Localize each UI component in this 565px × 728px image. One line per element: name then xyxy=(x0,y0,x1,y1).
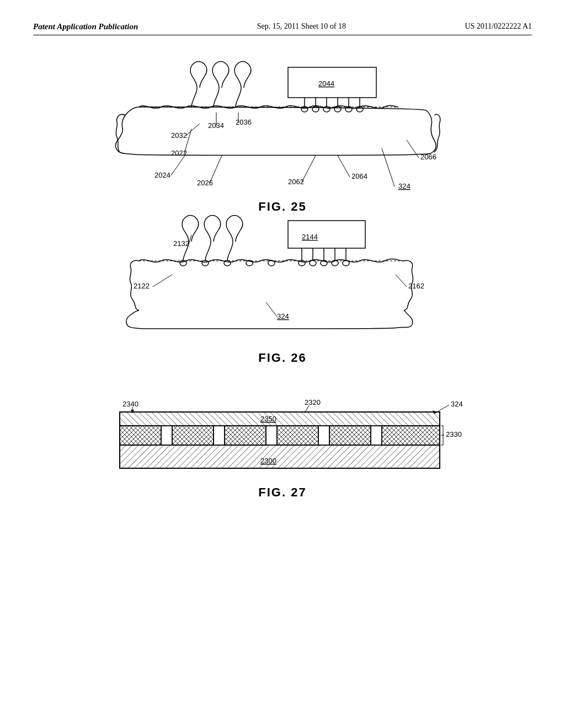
label-2026: 2026 xyxy=(197,179,213,187)
fig26-svg: 2132 2144 2122 2162 324 xyxy=(89,231,476,346)
figures-container: 2032 2034 2036 2044 2022 2066 324 2024 2… xyxy=(33,52,532,500)
figure-25-block: 2032 2034 2036 2044 2022 2066 324 2024 2… xyxy=(33,52,532,214)
fig25-label: FIG. 25 xyxy=(258,200,306,214)
svg-rect-56 xyxy=(120,412,440,426)
svg-line-23 xyxy=(338,156,350,177)
label-2144: 2144 xyxy=(302,233,318,241)
figure-26-block: 2132 2144 2122 2162 324 FIG. 26 xyxy=(33,231,532,365)
header-date-sheet: Sep. 15, 2011 Sheet 10 of 18 xyxy=(257,22,346,31)
label-324-fig26: 324 xyxy=(277,312,289,320)
header-title: Patent Application Publication xyxy=(33,22,138,31)
figure-27-block: 324 2340 2320 2350 2330 2300 xyxy=(33,382,532,500)
fig27-svg: 324 2340 2320 2350 2330 2300 xyxy=(89,382,476,481)
label-2330: 2330 xyxy=(446,430,462,438)
svg-line-22 xyxy=(302,156,316,182)
label-2350: 2350 xyxy=(260,415,276,423)
patent-page: Patent Application Publication Sep. 15, … xyxy=(0,0,565,728)
svg-rect-52 xyxy=(225,426,266,445)
header-patent-number: US 2011/0222222 A1 xyxy=(465,22,532,31)
svg-line-70 xyxy=(434,405,449,414)
svg-rect-54 xyxy=(329,426,371,445)
svg-rect-55 xyxy=(382,426,440,445)
svg-rect-25 xyxy=(288,221,365,248)
label-2032: 2032 xyxy=(171,131,187,140)
label-2036: 2036 xyxy=(236,118,252,126)
svg-rect-50 xyxy=(120,426,161,445)
label-2320: 2320 xyxy=(305,398,321,406)
label-2034: 2034 xyxy=(208,121,224,130)
fig27-label: FIG. 27 xyxy=(258,485,306,500)
label-2300: 2300 xyxy=(260,457,276,465)
svg-rect-49 xyxy=(120,445,440,468)
label-2062: 2062 xyxy=(288,178,304,186)
label-2044: 2044 xyxy=(318,79,334,88)
fig25-svg: 2032 2034 2036 2044 2022 2066 324 2024 2… xyxy=(89,52,476,195)
svg-line-14 xyxy=(186,124,200,136)
label-2024: 2024 xyxy=(154,171,170,179)
label-2122: 2122 xyxy=(134,282,150,290)
label-2340: 2340 xyxy=(122,400,138,408)
svg-rect-53 xyxy=(277,426,318,445)
label-2066: 2066 xyxy=(420,153,436,161)
svg-line-21 xyxy=(210,156,222,183)
page-header: Patent Application Publication Sep. 15, … xyxy=(33,22,532,35)
fig26-label: FIG. 26 xyxy=(258,351,306,365)
label-2162: 2162 xyxy=(408,282,424,290)
label-324-fig25: 324 xyxy=(398,182,411,190)
label-2132: 2132 xyxy=(173,239,189,248)
svg-rect-51 xyxy=(172,426,214,445)
label-2064: 2064 xyxy=(351,172,367,180)
label-324-fig27: 324 xyxy=(451,400,463,408)
svg-line-19 xyxy=(382,148,395,186)
